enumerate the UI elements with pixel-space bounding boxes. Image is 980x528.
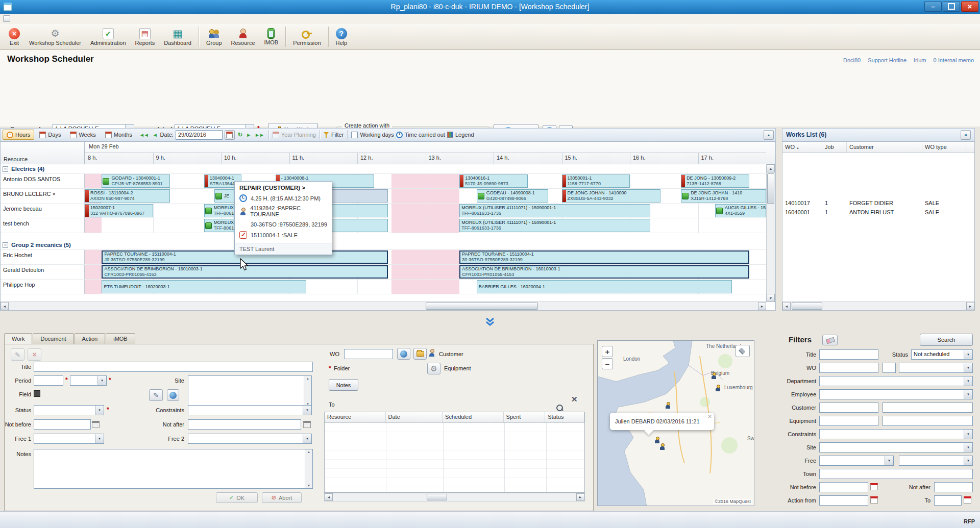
task-bar[interactable]: MOREUX (UTILISER 41111071) - 15090001-1T…: [459, 219, 650, 232]
scroll-left-button[interactable]: ◄: [1, 302, 9, 310]
calendar-icon[interactable]: [92, 421, 100, 428]
scroll-thumb[interactable]: [426, 303, 538, 310]
resource-name[interactable]: Eric Hochet: [1, 250, 85, 264]
toolbar-dashboard[interactable]: Dashboard: [159, 25, 196, 49]
backward-button[interactable]: ◄: [152, 132, 158, 138]
status-select[interactable]: [34, 405, 104, 415]
map-marker-icon[interactable]: [712, 372, 717, 379]
filter-status-select[interactable]: Not scheduled: [911, 349, 973, 360]
filter-town-input[interactable]: [819, 469, 973, 479]
filter-customer-input2[interactable]: [883, 403, 973, 413]
resource-name[interactable]: BRUNO LECLERC ×: [1, 189, 85, 203]
header-link-irium[interactable]: Irium: [914, 57, 926, 63]
task-bar[interactable]: 15020007-1312 VARIO-9767896-8967: [85, 204, 153, 217]
customer-icon[interactable]: [428, 349, 435, 357]
period-input[interactable]: [34, 375, 63, 386]
view-tab-days[interactable]: Days: [35, 130, 65, 140]
tab-document[interactable]: Document: [33, 333, 74, 344]
filter-department-select[interactable]: [819, 376, 973, 386]
filter-wo-extra-input[interactable]: [883, 363, 896, 373]
filter-free-select[interactable]: [819, 456, 894, 466]
table-column-resource[interactable]: Resource: [325, 412, 386, 422]
resource-name[interactable]: Gerald Detoulon: [1, 265, 85, 279]
expand-works-list-button[interactable]: »: [961, 130, 971, 140]
calendar-icon[interactable]: [870, 483, 878, 490]
toolbar-imob[interactable]: iMOB: [260, 25, 283, 49]
period-unit-select[interactable]: [70, 375, 107, 386]
collapse-icon[interactable]: −: [3, 242, 8, 248]
wl-column-customer[interactable]: Customer: [847, 142, 922, 153]
timeline[interactable]: ROSSI - 13110004-2AXION 850-987-9074JEJE…: [85, 189, 766, 203]
resource-name[interactable]: Jerome becuau: [1, 204, 85, 218]
filter-action-from-input[interactable]: [819, 495, 868, 506]
search-icon[interactable]: [556, 404, 564, 412]
scroll-left-button[interactable]: ◄: [782, 302, 791, 310]
window-menu-icon[interactable]: [3, 15, 10, 22]
filter-wo-input[interactable]: [819, 363, 878, 373]
map-marker-icon[interactable]: [660, 443, 665, 450]
task-bar[interactable]: DE JONG - 13050009-2713R-1412-8768: [681, 174, 749, 188]
forward-button[interactable]: ►: [245, 132, 252, 138]
scroll-right-button[interactable]: ►: [758, 302, 766, 310]
table-column-date[interactable]: Date: [386, 412, 443, 422]
wo-input[interactable]: [344, 349, 393, 359]
refresh-icon[interactable]: ↻: [237, 132, 243, 138]
header-link-support-hotline[interactable]: Support Hotline: [868, 57, 906, 63]
view-tab-months[interactable]: Months: [101, 130, 136, 140]
edit-button[interactable]: [11, 348, 24, 361]
search-button[interactable]: Search: [920, 334, 973, 346]
view-tab-hours[interactable]: Hours: [3, 130, 34, 140]
not-after-input[interactable]: [188, 419, 301, 430]
scroll-down-button[interactable]: ▼: [767, 294, 775, 302]
delete-button[interactable]: [28, 348, 41, 361]
site-textarea[interactable]: ▲▼: [188, 375, 312, 407]
gantt-hscrollbar[interactable]: ◄ ►: [1, 301, 766, 310]
toolbar-administration[interactable]: Administration: [86, 25, 131, 49]
maximize-button[interactable]: [943, 1, 960, 12]
toolbar-workshop-scheduler[interactable]: Workshop Scheduler: [24, 25, 86, 49]
timeline[interactable]: ASSOCIATION DE BRIMBORION - 16010003-1CF…: [85, 265, 766, 279]
ok-button[interactable]: OK: [216, 492, 258, 503]
works-list-row[interactable]: 140100171FORGET DIDIERSALE: [782, 199, 974, 208]
filter-not-before-input[interactable]: [819, 482, 868, 492]
clear-icon[interactable]: ✕: [571, 395, 578, 404]
table-column-scheduled[interactable]: Scheduled: [443, 412, 504, 422]
scroll-up-button[interactable]: ▲: [767, 164, 775, 172]
filter-equipment-input[interactable]: [819, 416, 878, 426]
resource-name[interactable]: test bench: [1, 218, 85, 233]
header-link-doci80[interactable]: Doci80: [843, 57, 861, 63]
table-hscrollbar[interactable]: ◄ ►: [324, 493, 585, 501]
collapse-panel-button[interactable]: ▲: [764, 130, 774, 140]
gantt-group-electrics-4[interactable]: −Electrics (4): [1, 164, 766, 174]
collapse-icon[interactable]: −: [3, 166, 8, 172]
map-layers-button[interactable]: [736, 345, 750, 357]
filter-site-select[interactable]: [819, 442, 973, 452]
scroll-left-button[interactable]: ◄: [325, 493, 333, 501]
task-bar[interactable]: AUGIS GILLES - 1514X1-8559: [715, 204, 766, 217]
tab-work[interactable]: Work: [4, 333, 32, 344]
notes-textarea[interactable]: ▲▼: [34, 449, 313, 489]
site-map-button[interactable]: [167, 389, 179, 401]
toolbar-exit[interactable]: Exit: [4, 25, 24, 49]
textarea-scrollbar[interactable]: ▲▼: [305, 449, 312, 488]
toolbar-reports[interactable]: Reports: [131, 25, 160, 49]
wo-folder-button[interactable]: [413, 348, 427, 360]
calendar-icon[interactable]: [303, 421, 311, 428]
panel-divider[interactable]: [0, 312, 980, 332]
wl-column-wo[interactable]: WO▲: [782, 142, 822, 153]
filter-constraints-select[interactable]: [819, 429, 973, 439]
works-list-row[interactable]: 160400011ANTON FIRLUSTSALE: [782, 208, 974, 217]
fast-forward-button[interactable]: ►►: [254, 132, 265, 138]
map-marker-icon[interactable]: [716, 385, 721, 391]
filter-button[interactable]: Filter: [324, 132, 344, 138]
view-tab-weeks[interactable]: Weeks: [66, 130, 100, 140]
filter-not-after-input[interactable]: [934, 482, 973, 492]
constraints-select[interactable]: [188, 405, 312, 415]
abort-button[interactable]: Abort: [262, 492, 302, 503]
table-column-spent[interactable]: Spent: [504, 412, 546, 422]
timeline[interactable]: MOREUX (UTILISETFF-80616MOREUX (UTILISER…: [85, 218, 766, 233]
edit-site-button[interactable]: [149, 389, 163, 401]
toolbar-resource[interactable]: Resource: [227, 25, 260, 49]
fast-backward-button[interactable]: ◄◄: [138, 132, 150, 138]
table-column-status[interactable]: Status: [545, 412, 584, 422]
